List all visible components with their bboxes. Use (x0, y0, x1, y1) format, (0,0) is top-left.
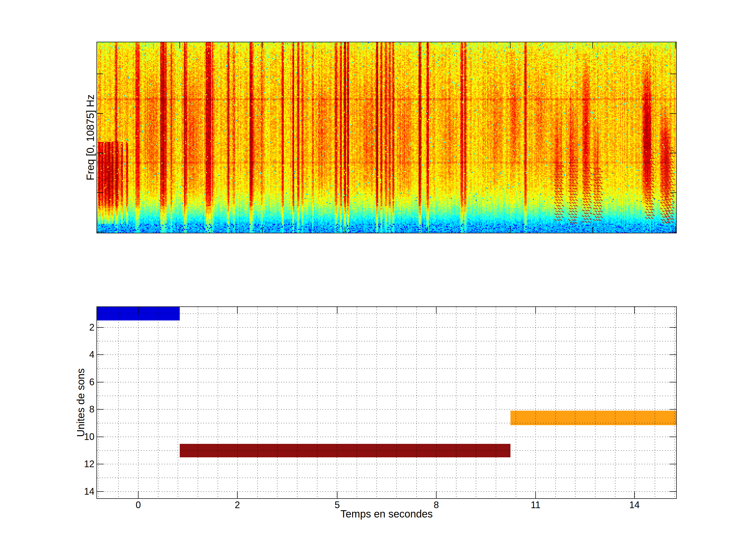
spectrogram-plot (97, 42, 676, 233)
x-tick-label: 5 (319, 500, 355, 510)
grid-line-v (595, 307, 595, 498)
y-tick-mark (97, 464, 104, 464)
grid-line-h (97, 354, 676, 355)
grid-line-h (97, 368, 676, 369)
grid-line-v (277, 307, 278, 498)
x-tick-mark (675, 42, 676, 49)
x-tick-mark (510, 42, 511, 49)
x-tick-mark (592, 226, 593, 233)
units-plot (97, 307, 676, 498)
grid-line-v (615, 307, 616, 498)
grid-line-v (257, 307, 258, 498)
x-tick-mark (345, 42, 345, 49)
x-tick-mark (237, 307, 238, 314)
grid-line-v (575, 307, 575, 498)
x-tick-mark (535, 307, 536, 314)
grid-line-h (97, 396, 676, 396)
x-tick-mark (436, 307, 437, 314)
y-tick-mark (97, 436, 104, 437)
x-tick-mark (138, 307, 138, 314)
spectrogram-canvas (97, 42, 676, 233)
x-tick-mark (262, 42, 262, 49)
x-tick-mark (237, 491, 238, 498)
grid-line-v (535, 307, 536, 498)
x-tick-label: 0 (120, 500, 156, 510)
grid-line-v (357, 307, 357, 498)
grid-line-h (97, 436, 676, 437)
y-tick-label: 10 (58, 432, 95, 442)
grid-line-v (496, 307, 496, 498)
x-tick-label: 11 (517, 500, 554, 510)
x-tick-mark (262, 226, 262, 233)
grid-line-v (158, 307, 158, 498)
grid-line-h (97, 382, 676, 382)
x-tick-mark (634, 491, 635, 498)
grid-line-v (98, 307, 99, 498)
x-tick-mark (428, 42, 428, 49)
grid-line-v (476, 307, 476, 498)
x-tick-mark (634, 307, 635, 314)
y-tick-mark (670, 153, 676, 153)
grid-line-h (97, 450, 676, 451)
y-tick-mark (97, 232, 103, 232)
time-xlabel: Temps en secondes (97, 509, 676, 519)
grid-line-v (396, 307, 397, 498)
y-tick-mark (669, 354, 676, 355)
y-tick-mark (669, 382, 676, 382)
grid-line-h (97, 341, 676, 342)
grid-line-h (97, 491, 676, 492)
grid-line-v (456, 307, 457, 498)
y-tick-label: 2 (58, 322, 95, 332)
grid-line-h (97, 314, 676, 314)
y-tick-mark (97, 74, 103, 74)
x-tick-mark (675, 226, 676, 233)
y-tick-mark (97, 327, 104, 328)
x-tick-label: 14 (616, 500, 652, 510)
y-tick-mark (670, 192, 676, 193)
x-tick-label: 2 (219, 500, 256, 510)
y-tick-label: 6 (58, 377, 95, 387)
grid-line-v (337, 307, 337, 498)
grid-line-v (655, 307, 655, 498)
x-tick-mark (510, 226, 511, 233)
x-tick-mark (592, 42, 593, 49)
y-tick-mark (97, 153, 103, 153)
grid-line-v (516, 307, 516, 498)
y-tick-mark (669, 327, 676, 328)
grid-line-v (317, 307, 317, 498)
y-tick-mark (97, 491, 104, 492)
grid-line-v (555, 307, 556, 498)
grid-line-v (237, 307, 238, 498)
y-tick-label: 14 (58, 486, 95, 497)
grid-line-v (178, 307, 178, 498)
x-tick-mark (179, 42, 180, 49)
y-tick-mark (97, 113, 103, 114)
grid-line-h (97, 478, 676, 478)
grid-line-v (297, 307, 298, 498)
y-tick-mark (97, 382, 104, 382)
y-tick-mark (669, 436, 676, 437)
grid-line-v (674, 307, 675, 498)
x-tick-mark (345, 226, 345, 233)
y-tick-mark (97, 409, 104, 410)
grid-line-v (376, 307, 377, 498)
y-tick-label: 12 (58, 459, 95, 469)
y-tick-label: 4 (58, 349, 95, 360)
matlab-figure: Freq [0, 10875] Hz Unites de sons Temps … (0, 0, 747, 560)
grid-line-h (97, 464, 676, 464)
x-tick-label: 8 (418, 500, 455, 510)
y-tick-mark (97, 192, 103, 193)
y-tick-mark (97, 354, 104, 355)
y-tick-mark (669, 491, 676, 492)
x-tick-mark (428, 226, 428, 233)
spectrogram-ylabel: Freq [0, 10875] Hz (85, 34, 96, 241)
y-tick-label: 8 (58, 404, 95, 415)
y-tick-mark (670, 74, 676, 74)
x-tick-mark (337, 491, 337, 498)
grid-line-v (138, 307, 138, 498)
x-tick-mark (436, 491, 437, 498)
grid-line-v (217, 307, 218, 498)
y-tick-mark (669, 409, 676, 410)
grid-line-v (635, 307, 635, 498)
x-tick-mark (535, 491, 536, 498)
